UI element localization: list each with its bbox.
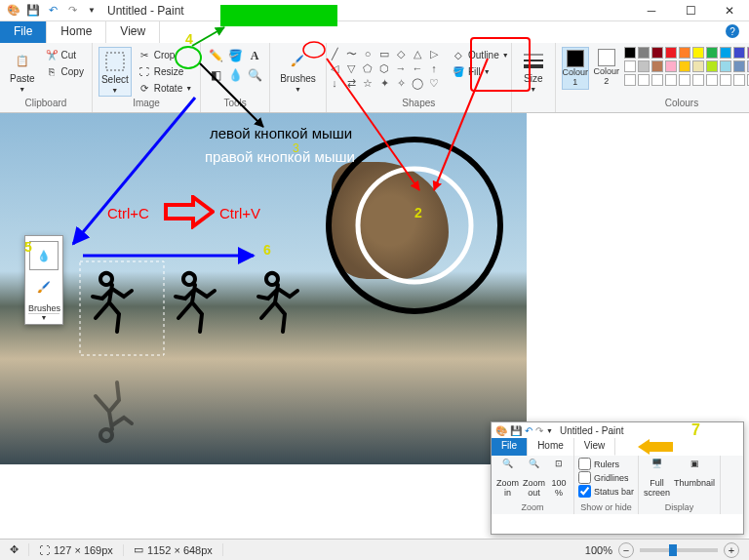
canvas-dims: ▭1152 × 648px bbox=[124, 543, 223, 556]
fill-tool[interactable]: 🪣 bbox=[226, 47, 244, 64]
mini-group-display: 🖥️Full screen ▣Thumbnail Display bbox=[639, 456, 721, 514]
palette-swatch[interactable] bbox=[679, 74, 690, 86]
save-icon[interactable]: 💾 bbox=[25, 3, 41, 19]
mini-paint-icon: 🎨 bbox=[495, 425, 507, 436]
zoom-control: 100% − + bbox=[585, 542, 749, 558]
palette-swatch[interactable] bbox=[665, 60, 677, 72]
magnifier-tool[interactable]: 🔍 bbox=[246, 66, 263, 84]
paste-button[interactable]: 📋 Paste ▼ bbox=[6, 47, 39, 95]
crosshair-icon: ✥ bbox=[10, 543, 19, 556]
palette-swatch[interactable] bbox=[624, 47, 636, 59]
popup-dropdown[interactable]: ▼ bbox=[28, 313, 59, 321]
mini-tab-file[interactable]: File bbox=[492, 438, 528, 456]
zoom-plus-button[interactable]: + bbox=[724, 542, 739, 558]
rotate-icon: ⟳ bbox=[138, 81, 151, 95]
close-button[interactable]: ✕ bbox=[710, 0, 749, 21]
palette-swatch[interactable] bbox=[720, 74, 731, 86]
colour-1-slot[interactable]: Colour 1 bbox=[562, 47, 589, 90]
annot-7: 7 bbox=[691, 421, 700, 439]
palette-swatch[interactable] bbox=[706, 74, 718, 86]
palette-swatch[interactable] bbox=[679, 47, 690, 59]
palette-swatch[interactable] bbox=[679, 60, 690, 72]
tab-view[interactable]: View bbox=[106, 21, 160, 43]
selection-dims: ⛶127 × 169px bbox=[29, 544, 124, 556]
redo-icon[interactable]: ↷ bbox=[64, 3, 80, 19]
palette-swatch[interactable] bbox=[692, 47, 704, 59]
palette-swatch[interactable] bbox=[638, 74, 650, 86]
mini-redo-icon[interactable]: ↷ bbox=[535, 425, 543, 436]
help-icon[interactable]: ? bbox=[726, 24, 739, 38]
group-colours: Colour 1 Colour 2 🎨 Edit colours Colours bbox=[556, 43, 749, 112]
palette-swatch[interactable] bbox=[638, 47, 650, 59]
zoom-in-icon: 🔍 bbox=[498, 459, 518, 478]
mini-undo-icon[interactable]: ↶ bbox=[525, 425, 532, 436]
picker-popup-icon[interactable]: 💧 bbox=[29, 241, 59, 270]
rotate-button[interactable]: ⟳Rotate▼ bbox=[136, 80, 194, 96]
palette-swatch[interactable] bbox=[665, 47, 677, 59]
cut-button[interactable]: ✂️Cut bbox=[43, 47, 86, 62]
resize-button[interactable]: ⛶Resize bbox=[136, 63, 194, 79]
palette-swatch[interactable] bbox=[624, 60, 636, 72]
maximize-button[interactable]: ☐ bbox=[671, 0, 710, 21]
palette-swatch[interactable] bbox=[692, 60, 704, 72]
palette-swatch[interactable] bbox=[692, 74, 704, 86]
runner-reflection bbox=[88, 367, 137, 445]
brushes-button[interactable]: 🖌️ Brushes ▼ bbox=[276, 47, 320, 95]
statusbar-checkbox[interactable]: Status bar bbox=[578, 485, 634, 498]
thumbnail-icon: ▣ bbox=[685, 459, 704, 478]
annot-2: 2 bbox=[414, 205, 422, 220]
fullscreen-button[interactable]: 🖥️Full screen bbox=[643, 458, 671, 502]
palette-swatch[interactable] bbox=[733, 47, 745, 59]
tab-file[interactable]: File bbox=[0, 21, 47, 43]
zoom-slider[interactable] bbox=[640, 548, 718, 552]
colour-2-slot[interactable]: Colour 2 bbox=[593, 47, 620, 90]
palette-swatch[interactable] bbox=[651, 60, 663, 72]
quick-access-toolbar: 🎨 💾 ↶ ↷ ▼ bbox=[0, 3, 99, 19]
eraser-tool[interactable]: ◧ bbox=[207, 66, 224, 84]
zoom-minus-button[interactable]: − bbox=[618, 542, 634, 558]
palette-swatch[interactable] bbox=[720, 47, 731, 59]
palette-swatch[interactable] bbox=[706, 60, 718, 72]
colour-palette[interactable] bbox=[624, 47, 749, 86]
paint-icon: 🎨 bbox=[6, 3, 21, 19]
palette-swatch[interactable] bbox=[733, 60, 745, 72]
palette-swatch[interactable] bbox=[651, 74, 663, 86]
gridlines-checkbox[interactable]: Gridlines bbox=[578, 471, 634, 484]
titlebar: 🎨 💾 ↶ ↷ ▼ Untitled - Paint ─ ☐ ✕ bbox=[0, 0, 749, 21]
thumbnail-button[interactable]: ▣Thumbnail bbox=[673, 458, 716, 502]
pencil-tool[interactable]: ✏️ bbox=[207, 47, 224, 64]
palette-swatch[interactable] bbox=[651, 47, 663, 59]
qat-dropdown-icon[interactable]: ▼ bbox=[84, 3, 99, 19]
annot-4: 4 bbox=[185, 31, 193, 47]
palette-swatch[interactable] bbox=[624, 74, 636, 86]
zoom-in-button[interactable]: 🔍Zoom in bbox=[495, 458, 520, 502]
undo-icon[interactable]: ↶ bbox=[45, 3, 60, 19]
colour-1-swatch bbox=[567, 50, 584, 67]
palette-swatch[interactable] bbox=[665, 74, 677, 86]
palette-swatch[interactable] bbox=[720, 60, 731, 72]
mini-save-icon[interactable]: 💾 bbox=[510, 425, 522, 436]
zoom-out-button[interactable]: 🔍Zoom out bbox=[522, 458, 546, 502]
tab-home[interactable]: Home bbox=[47, 21, 106, 43]
rulers-checkbox[interactable]: Rulers bbox=[578, 458, 634, 470]
palette-swatch[interactable] bbox=[638, 60, 650, 72]
picker-tool[interactable]: 💧 bbox=[226, 66, 244, 84]
crop-icon: ✂ bbox=[138, 48, 151, 61]
canvas[interactable] bbox=[0, 113, 527, 464]
crop-button[interactable]: ✂Crop bbox=[136, 47, 194, 62]
mini-tab-home[interactable]: Home bbox=[528, 438, 574, 456]
text-tool[interactable]: A bbox=[246, 47, 263, 64]
zoom-value: 100% bbox=[585, 544, 612, 556]
palette-swatch[interactable] bbox=[706, 47, 718, 59]
runner-1 bbox=[88, 269, 137, 347]
copy-button[interactable]: ⎘Copy bbox=[43, 63, 86, 79]
zoom-100-button[interactable]: ⊡100 % bbox=[548, 458, 570, 502]
shapes-gallery[interactable]: ╱〜○▭◇△▷ ◁▽⬠⬡→←↑ ↓⇄☆✦✧◯♡ bbox=[327, 47, 442, 90]
palette-swatch[interactable] bbox=[733, 74, 745, 86]
resize-icon: ⛶ bbox=[138, 64, 151, 78]
mini-tab-view[interactable]: View bbox=[574, 438, 616, 456]
brush-popup-icon[interactable]: 🖌️ bbox=[29, 272, 59, 301]
green-rect bbox=[220, 5, 337, 26]
select-button[interactable]: Select ▼ bbox=[99, 47, 132, 97]
minimize-button[interactable]: ─ bbox=[632, 0, 671, 21]
